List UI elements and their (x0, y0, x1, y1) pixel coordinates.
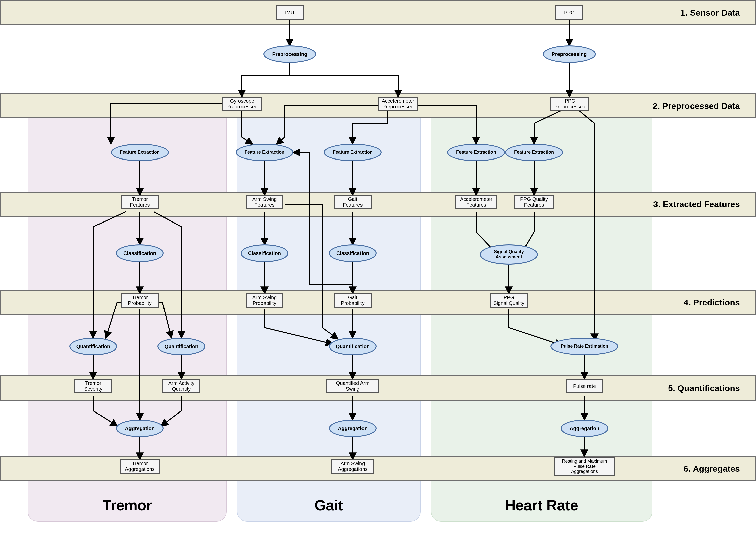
node-tremor-severity: Tremor Severity (74, 379, 112, 393)
node-ppg-preprocessed: PPG Preprocessed (551, 96, 589, 111)
node-signal-quality-assessment: Signal Quality Assessment (480, 244, 538, 265)
node-aggregation-tremor: Aggregation (116, 420, 164, 437)
node-preprocessing-ppg: Preprocessing (543, 45, 596, 63)
node-aggregation-hr: Aggregation (561, 420, 608, 437)
node-imu-sensor: IMU (276, 5, 304, 20)
node-pulse-rate: Pulse rate (566, 379, 603, 393)
node-hr-pulse-rate-aggregations: Resting and Maximum Pulse Rate Aggregati… (554, 457, 615, 476)
node-tremor-aggregations: Tremor Aggregations (120, 459, 160, 474)
node-gyroscope-preprocessed: Gyroscope Preprocessed (222, 96, 262, 111)
node-classification-arm-swing: Classification (241, 244, 289, 262)
node-fe-tremor: Feature Extraction (111, 144, 169, 161)
node-quantification-arm-swing: Quantification (329, 338, 377, 355)
node-ppg-signal-quality: PPG Signal Quality (490, 293, 528, 308)
flowchart-canvas: Tremor Gait Heart Rate 1. Sensor Data 2.… (0, 0, 756, 540)
node-classification-tremor: Classification (116, 244, 164, 262)
node-pulse-rate-estimation: Pulse Rate Estimation (551, 338, 618, 355)
node-arm-activity-quantity: Arm Activity Quantity (163, 379, 200, 393)
node-tremor-features: Tremor Features (121, 195, 159, 209)
node-quantified-arm-swing: Quantified Arm Swing (326, 379, 379, 393)
node-arm-swing-features: Arm Swing Features (246, 195, 283, 209)
arrows-layer (0, 0, 756, 540)
node-classification-gait: Classification (329, 244, 377, 262)
node-tremor-probability: Tremor Probability (121, 293, 159, 308)
node-preprocessing-imu: Preprocessing (263, 45, 316, 63)
node-fe-arm-swing: Feature Extraction (235, 144, 294, 161)
node-accelerometer-features: Accelerometer Features (455, 195, 497, 209)
node-quantification-arm-activity: Quantification (158, 338, 205, 355)
node-ppg-quality-features: PPG Quality Features (514, 195, 554, 209)
node-fe-gait: Feature Extraction (324, 144, 382, 161)
node-gait-probability: Gait Probability (334, 293, 372, 308)
node-quantification-severity: Quantification (69, 338, 117, 355)
node-arm-swing-aggregations: Arm Swing Aggregations (331, 459, 374, 474)
node-ppg-sensor: PPG (556, 5, 583, 20)
node-fe-ppg-quality: Feature Extraction (505, 144, 563, 161)
node-accelerometer-preprocessed: Accelerometer Preprocessed (378, 96, 418, 111)
node-arm-swing-probability: Arm Swing Probability (246, 293, 283, 308)
node-fe-accel: Feature Extraction (447, 144, 505, 161)
node-aggregation-gait: Aggregation (329, 420, 377, 437)
node-gait-features: Gait Features (334, 195, 372, 209)
